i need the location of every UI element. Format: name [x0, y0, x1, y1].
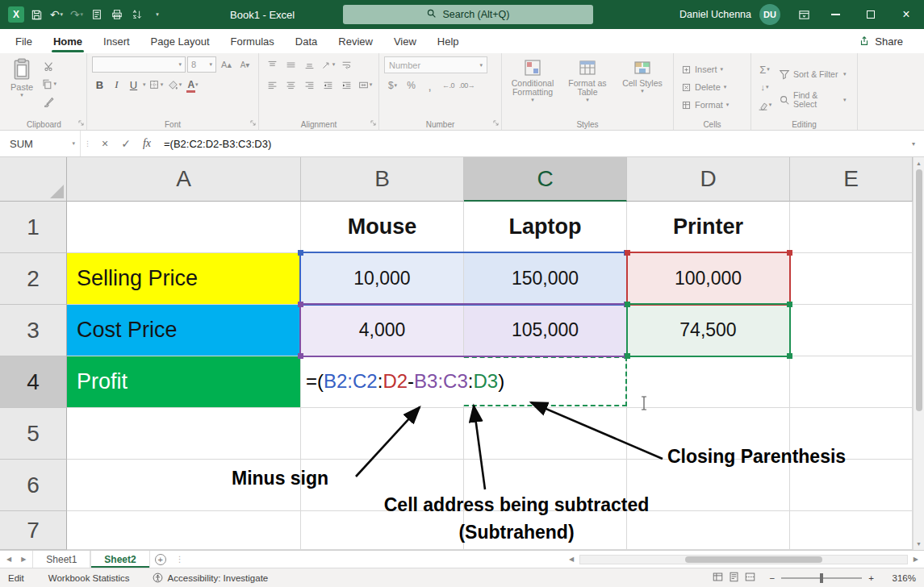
cell-C5[interactable]: [464, 408, 627, 460]
align-left-icon[interactable]: [264, 77, 281, 93]
cell-C3[interactable]: 105,000: [464, 305, 627, 356]
row-header-4[interactable]: 4: [0, 356, 67, 408]
menu-tab-data[interactable]: Data: [285, 31, 328, 52]
cell-D2[interactable]: 100,000: [627, 253, 790, 305]
next-sheet-icon[interactable]: ▶: [21, 556, 26, 563]
currency-format-icon[interactable]: $▾: [384, 77, 401, 94]
formula-bar-handle[interactable]: ⋮: [81, 139, 94, 148]
search-box[interactable]: Search (Alt+Q): [343, 5, 593, 24]
percent-format-icon[interactable]: %: [403, 77, 420, 94]
cell-B3[interactable]: 4,000: [301, 305, 464, 356]
print-icon[interactable]: [107, 3, 127, 26]
zoom-in-icon[interactable]: +: [868, 573, 874, 583]
page-layout-view-icon[interactable]: [729, 572, 739, 584]
customize-qat-icon[interactable]: ▾: [148, 3, 167, 26]
vertical-scrollbar[interactable]: ▲ ▼: [913, 157, 924, 550]
decrease-decimal-icon[interactable]: .00→: [458, 77, 475, 94]
font-name-select[interactable]: ▾: [92, 56, 186, 73]
column-header-b[interactable]: B: [301, 157, 464, 202]
menu-tab-formulas[interactable]: Formulas: [220, 31, 285, 52]
number-format-select[interactable]: Number▾: [384, 56, 487, 73]
grow-font-icon[interactable]: A▴: [218, 56, 235, 73]
sheet-tab-sheet2[interactable]: Sheet2: [90, 551, 149, 568]
menu-tab-file[interactable]: File: [5, 31, 43, 52]
cell-C1[interactable]: Laptop: [464, 202, 627, 253]
row-header-5[interactable]: 5: [0, 408, 67, 460]
cell-E3[interactable]: [790, 305, 913, 356]
column-header-e[interactable]: E: [790, 157, 913, 202]
delete-cells-button[interactable]: Delete▾: [679, 79, 731, 95]
column-header-a[interactable]: A: [67, 157, 301, 202]
increase-decimal-icon[interactable]: ←.0: [440, 77, 457, 94]
alignment-dialog-launcher-icon[interactable]: [370, 119, 377, 128]
menu-tab-home[interactable]: Home: [43, 31, 93, 52]
fill-icon[interactable]: ↓▾: [756, 79, 773, 95]
bold-button[interactable]: B: [92, 77, 107, 93]
menu-tab-page-layout[interactable]: Page Layout: [140, 31, 220, 52]
copy-icon[interactable]: ▾: [40, 76, 57, 92]
cell-E1[interactable]: [790, 202, 913, 253]
ribbon-display-options-icon[interactable]: [790, 0, 817, 29]
decrease-indent-icon[interactable]: [320, 77, 337, 93]
cell-formula-editor[interactable]: =(B2:C2:D2-B3:C3:D3): [302, 358, 625, 405]
format-as-table-button[interactable]: Format as Table ▾: [562, 56, 613, 118]
cell-A4[interactable]: Profit: [67, 356, 301, 408]
clear-icon[interactable]: ▾: [756, 97, 773, 113]
shrink-font-icon[interactable]: A▾: [236, 56, 253, 73]
scroll-left-icon[interactable]: ◀: [565, 556, 578, 563]
sort-filter-button[interactable]: Sort & Filter▾: [776, 62, 849, 86]
cell-A2[interactable]: Selling Price: [67, 253, 301, 305]
horizontal-scrollbar[interactable]: ◀ ▶: [565, 551, 924, 568]
font-dialog-launcher-icon[interactable]: [249, 119, 257, 128]
excel-app-icon[interactable]: X: [6, 3, 26, 26]
save-icon[interactable]: [27, 3, 46, 26]
borders-icon[interactable]: ▾: [148, 77, 165, 93]
insert-cells-button[interactable]: Insert▾: [679, 61, 731, 77]
menu-tab-insert[interactable]: Insert: [93, 31, 140, 52]
accessibility-status[interactable]: Accessibility: Investigate: [141, 572, 280, 583]
format-cells-button[interactable]: Format▾: [679, 97, 731, 113]
workbook-statistics-button[interactable]: Workbook Statistics: [37, 573, 141, 583]
row-header-1[interactable]: 1: [0, 202, 67, 253]
column-header-d[interactable]: D: [627, 157, 790, 202]
cell-B1[interactable]: Mouse: [301, 202, 464, 253]
expand-formula-bar-icon[interactable]: ▾: [903, 140, 924, 148]
merge-center-icon[interactable]: ▾: [357, 77, 374, 93]
undo-icon[interactable]: ↶▾: [47, 3, 66, 26]
wrap-text-icon[interactable]: [338, 56, 355, 73]
cancel-icon[interactable]: ×: [94, 137, 115, 150]
cell-A5[interactable]: [67, 408, 301, 460]
redo-icon[interactable]: ↷▾: [67, 3, 86, 26]
menu-tab-help[interactable]: Help: [427, 31, 470, 52]
prev-sheet-icon[interactable]: ◀: [6, 556, 11, 563]
zoom-slider-thumb[interactable]: [820, 573, 823, 583]
scroll-right-icon[interactable]: ▶: [909, 556, 922, 563]
font-size-select[interactable]: 8▾: [187, 56, 216, 73]
avatar[interactable]: DU: [759, 4, 780, 25]
cell-A7[interactable]: [67, 511, 301, 550]
row-header-7[interactable]: 7: [0, 511, 67, 550]
vertical-scroll-thumb[interactable]: [916, 169, 922, 411]
page-break-view-icon[interactable]: [745, 572, 755, 584]
italic-button[interactable]: I: [109, 77, 124, 93]
scroll-up-icon[interactable]: ▲: [916, 157, 922, 169]
horizontal-scroll-track[interactable]: [579, 555, 908, 564]
conditional-formatting-button[interactable]: Conditional Formatting ▾: [507, 56, 558, 118]
comma-format-icon[interactable]: ,: [421, 77, 438, 94]
cell-E7[interactable]: [790, 511, 913, 550]
row-header-6[interactable]: 6: [0, 460, 67, 511]
minimize-button[interactable]: [817, 0, 853, 29]
align-right-icon[interactable]: [301, 77, 318, 93]
sort-ascending-icon[interactable]: [128, 3, 147, 26]
insert-function-icon[interactable]: fx: [136, 137, 157, 150]
format-painter-icon[interactable]: [40, 94, 57, 110]
cell-A1[interactable]: [67, 202, 301, 253]
cell-D3[interactable]: 74,500: [627, 305, 790, 356]
paste-button[interactable]: Paste ▾: [6, 56, 37, 118]
cell-B5[interactable]: [301, 408, 464, 460]
cell-E2[interactable]: [790, 253, 913, 305]
fill-color-icon[interactable]: ▾: [166, 77, 183, 93]
close-button[interactable]: ×: [888, 0, 924, 29]
orientation-icon[interactable]: ▾: [320, 56, 337, 73]
horizontal-scroll-thumb[interactable]: [685, 556, 822, 563]
